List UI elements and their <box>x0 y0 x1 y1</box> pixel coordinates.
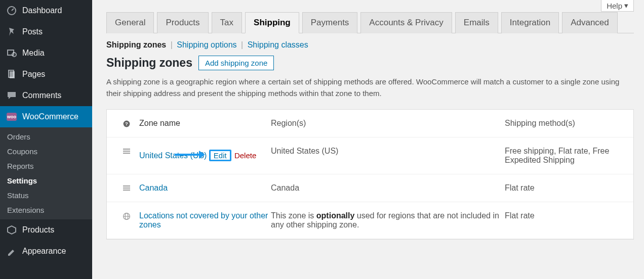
zone-region: Canada <box>271 183 505 193</box>
zone-name-link[interactable]: Locations not covered by your other zone… <box>139 211 268 229</box>
svg-rect-11 <box>123 188 130 189</box>
sub-item-coupons[interactable]: Coupons <box>0 144 92 159</box>
header-methods: Shipping method(s) <box>505 119 626 128</box>
svg-rect-7 <box>123 149 130 150</box>
arrow-annotation <box>174 149 209 161</box>
tab-integration[interactable]: Integration <box>501 12 559 33</box>
sidebar-label: Dashboard <box>22 6 62 15</box>
woocommerce-submenu: Orders Coupons Reports Settings Status E… <box>0 127 92 219</box>
sidebar-item-posts[interactable]: Posts <box>0 21 92 42</box>
media-icon <box>6 48 17 59</box>
sub-item-orders[interactable]: Orders <box>0 129 92 144</box>
header-handle: ? <box>114 119 139 128</box>
zone-methods: Free shipping, Flat rate, Free Expedited… <box>505 147 626 165</box>
svg-rect-8 <box>123 151 130 152</box>
comment-icon <box>6 90 17 101</box>
sidebar-item-media[interactable]: Media <box>0 42 92 64</box>
sub-nav: Shipping zones | Shipping options | Ship… <box>106 40 634 50</box>
header-regions: Region(s) <box>271 119 505 128</box>
pin-icon <box>6 26 17 37</box>
sidebar-item-woocommerce[interactable]: woo WooCommerce <box>0 106 92 127</box>
sub-item-reports[interactable]: Reports <box>0 159 92 173</box>
drag-handle[interactable] <box>114 147 139 155</box>
subnav-classes[interactable]: Shipping classes <box>248 40 308 49</box>
header-zone-name: Zone name <box>139 119 271 128</box>
tab-products[interactable]: Products <box>157 12 208 33</box>
tab-tax[interactable]: Tax <box>212 12 242 33</box>
svg-text:?: ? <box>125 121 128 126</box>
main-content: Help ▾ General Products Tax Shipping Pay… <box>92 0 644 279</box>
svg-rect-10 <box>123 185 130 187</box>
edit-link[interactable]: Edit <box>211 150 230 161</box>
sidebar-item-dashboard[interactable]: Dashboard <box>0 0 92 21</box>
tab-accounts-privacy[interactable]: Accounts & Privacy <box>360 12 452 33</box>
sidebar-label: Comments <box>22 91 61 100</box>
zone-methods: Flat rate <box>505 183 626 193</box>
products-icon <box>6 224 17 236</box>
table-header-row: ? Zone name Region(s) Shipping method(s) <box>107 110 633 137</box>
page-description: A shipping zone is a geographic region w… <box>106 76 623 99</box>
settings-tabs: General Products Tax Shipping Payments A… <box>106 12 634 33</box>
sidebar-label: Media <box>22 49 45 58</box>
sidebar-item-comments[interactable]: Comments <box>0 85 92 106</box>
sidebar-label: WooCommerce <box>22 112 78 121</box>
chevron-down-icon: ▾ <box>624 1 628 10</box>
page-icon <box>6 69 17 80</box>
zone-methods: Flat rate <box>505 211 626 220</box>
tab-emails[interactable]: Emails <box>455 12 498 33</box>
page-title: Shipping zones <box>106 56 192 70</box>
woocommerce-icon: woo <box>6 111 17 122</box>
svg-rect-4 <box>10 71 15 78</box>
sidebar-label: Appearance <box>22 247 66 256</box>
sidebar-label: Posts <box>22 27 43 36</box>
table-row: Canada Canada Flat rate <box>107 174 633 202</box>
sub-item-extensions[interactable]: Extensions <box>0 203 92 217</box>
tab-shipping[interactable]: Shipping <box>245 12 299 33</box>
svg-rect-12 <box>123 190 130 191</box>
zone-region: United States (US) <box>271 147 505 156</box>
tab-advanced[interactable]: Advanced <box>562 12 618 33</box>
globe-icon <box>114 211 139 220</box>
help-tab[interactable]: Help ▾ <box>601 0 634 12</box>
svg-rect-9 <box>123 153 130 154</box>
sidebar-label: Pages <box>22 70 45 79</box>
delete-link[interactable]: Delete <box>234 151 256 160</box>
table-row: United States (US) Edit Delete United St… <box>107 137 633 174</box>
sidebar-item-products[interactable]: Products <box>0 219 92 241</box>
admin-sidebar: Dashboard Posts Media Pages Comments woo… <box>0 0 92 279</box>
row-actions: Edit Delete <box>209 150 256 161</box>
help-icon: ? <box>123 120 131 128</box>
tab-payments[interactable]: Payments <box>302 12 358 33</box>
tab-general[interactable]: General <box>106 12 154 33</box>
drag-handle[interactable] <box>114 183 139 192</box>
sidebar-label: Products <box>22 225 54 235</box>
sub-item-settings[interactable]: Settings <box>0 173 92 188</box>
table-row-fallback: Locations not covered by your other zone… <box>107 202 633 239</box>
appearance-icon <box>6 246 17 257</box>
zone-name-link[interactable]: Canada <box>139 183 168 192</box>
sub-item-status[interactable]: Status <box>0 188 92 203</box>
subnav-options[interactable]: Shipping options <box>177 40 236 49</box>
add-shipping-zone-button[interactable]: Add shipping zone <box>198 56 274 70</box>
sidebar-item-appearance[interactable]: Appearance <box>0 241 92 262</box>
dashboard-icon <box>6 5 17 16</box>
help-label: Help <box>607 2 622 10</box>
zone-region: This zone is optionally used for regions… <box>271 211 505 229</box>
shipping-zones-table: ? Zone name Region(s) Shipping method(s)… <box>106 109 634 240</box>
sidebar-item-pages[interactable]: Pages <box>0 64 92 85</box>
subnav-zones[interactable]: Shipping zones <box>106 40 166 49</box>
